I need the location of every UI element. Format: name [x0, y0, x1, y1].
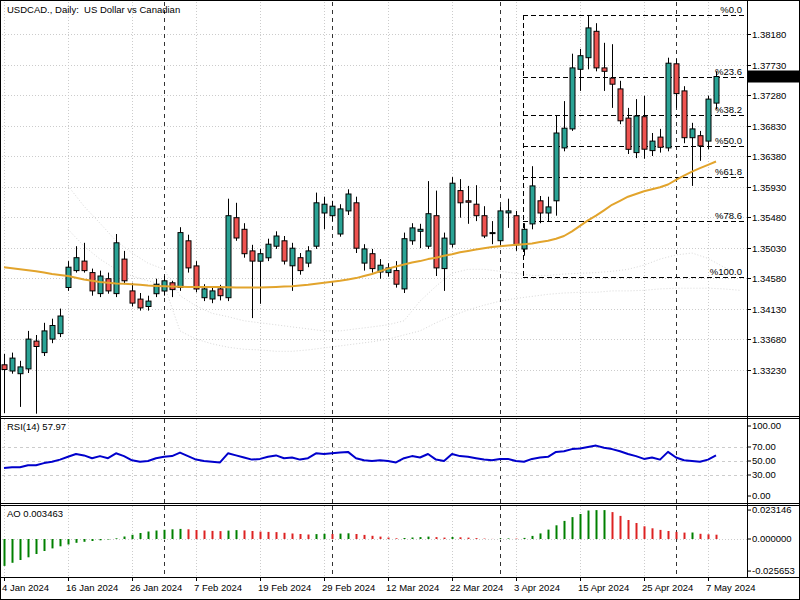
candle — [266, 244, 271, 258]
fib-level-label: %0.0 — [720, 4, 742, 15]
candle — [490, 233, 495, 234]
price-axis-label: 1.37280 — [752, 90, 786, 101]
candle — [210, 291, 215, 299]
candle — [74, 258, 79, 271]
candle — [314, 203, 319, 246]
trading-chart-window: 1.381801.377301.372801.368301.363801.359… — [0, 0, 800, 600]
candle — [658, 137, 663, 147]
candle — [498, 211, 503, 241]
price-axis-label: 1.35930 — [752, 182, 786, 193]
candle — [426, 214, 431, 247]
candle — [570, 68, 575, 129]
candle — [714, 77, 719, 104]
price-axis-label: 1.34580 — [752, 273, 786, 284]
fib-level-label: %23.6 — [715, 66, 742, 77]
candle — [698, 136, 703, 146]
price-axis-label: 1.35030 — [752, 243, 786, 254]
chart-title: USDCAD., Daily: US Dollar vs Canadian — [7, 4, 180, 15]
price-axis-label: 1.33680 — [752, 334, 786, 345]
candle — [586, 28, 591, 58]
candle — [514, 216, 519, 245]
fib-level-label: %38.2 — [715, 104, 742, 115]
candle — [706, 99, 711, 141]
candle — [306, 251, 311, 263]
price-axis-label: 1.36830 — [752, 121, 786, 132]
candle — [122, 259, 127, 281]
candle — [322, 204, 327, 213]
candle — [250, 251, 255, 261]
candle — [138, 299, 143, 308]
candle — [370, 254, 375, 269]
candle — [458, 191, 463, 203]
date-axis-label: 3 Apr 2024 — [514, 582, 560, 593]
date-axis-label: 15 Apr 2024 — [578, 582, 629, 593]
candle — [530, 186, 535, 224]
candle — [98, 276, 103, 294]
candle — [394, 271, 399, 285]
candle — [554, 133, 559, 201]
date-axis-label: 19 Feb 2024 — [258, 582, 311, 593]
rsi-axis-label: 0.00 — [752, 490, 771, 501]
candle — [482, 216, 487, 236]
candle — [522, 229, 527, 249]
candle — [634, 116, 639, 153]
candle — [594, 31, 599, 68]
rsi-axis-label: 50.00 — [752, 455, 776, 466]
price-axis-label: 1.35480 — [752, 212, 786, 223]
candle — [282, 241, 287, 261]
candle — [546, 207, 551, 213]
candle — [682, 91, 687, 138]
candle — [538, 201, 543, 213]
candle — [218, 289, 223, 296]
candle — [666, 63, 671, 148]
rsi-axis-label: 30.00 — [752, 469, 776, 480]
date-axis-label: 12 Mar 2024 — [386, 582, 439, 593]
fib-level-label: %50.0 — [715, 135, 742, 146]
candles-layer — [2, 16, 719, 414]
price-chart-canvas[interactable]: 1.381801.377301.372801.368301.363801.359… — [1, 1, 800, 600]
fib-level-label: %100.0 — [710, 266, 742, 277]
candle — [354, 203, 359, 248]
rsi-line — [4, 446, 716, 468]
candle — [642, 117, 647, 150]
date-axis-label: 4 Jan 2024 — [2, 582, 49, 593]
candle — [274, 236, 279, 246]
date-axis-label: 7 May 2024 — [706, 582, 756, 593]
candle — [114, 243, 119, 294]
candle — [226, 216, 231, 298]
candle — [434, 216, 439, 268]
ao-axis-label: 0.000000 — [752, 533, 792, 544]
date-axis-label: 7 Feb 2024 — [194, 582, 242, 593]
candle — [618, 89, 623, 121]
price-axis-label: 1.36380 — [752, 151, 786, 162]
candle — [178, 233, 183, 288]
candle — [466, 201, 471, 202]
date-axis-label: 26 Jan 2024 — [130, 582, 182, 593]
ao-axis-label: -0.025653 — [752, 565, 795, 576]
candle — [186, 241, 191, 268]
candle — [330, 206, 335, 216]
candle — [242, 229, 247, 253]
candle — [450, 183, 455, 244]
date-axis-label: 25 Apr 2024 — [642, 582, 693, 593]
candle — [106, 279, 111, 291]
candle — [202, 289, 207, 298]
price-axis-label: 1.37730 — [752, 60, 786, 71]
candle — [26, 339, 31, 369]
candle — [578, 56, 583, 70]
candle — [626, 118, 631, 149]
current-price-value: 1.37553 — [752, 71, 786, 82]
candle — [10, 358, 15, 371]
rsi-axis-label: 100.00 — [752, 420, 781, 431]
ao-bars-layer — [5, 510, 717, 566]
candle — [298, 258, 303, 271]
candle — [690, 129, 695, 138]
candle — [50, 326, 55, 340]
price-axis-label: 1.34130 — [752, 304, 786, 315]
candle — [58, 316, 63, 334]
date-axis-label: 16 Jan 2024 — [66, 582, 118, 593]
candle — [610, 78, 615, 84]
fib-level-label: %61.8 — [715, 166, 742, 177]
horizontal-gridlines — [2, 35, 747, 371]
candle — [42, 331, 47, 353]
